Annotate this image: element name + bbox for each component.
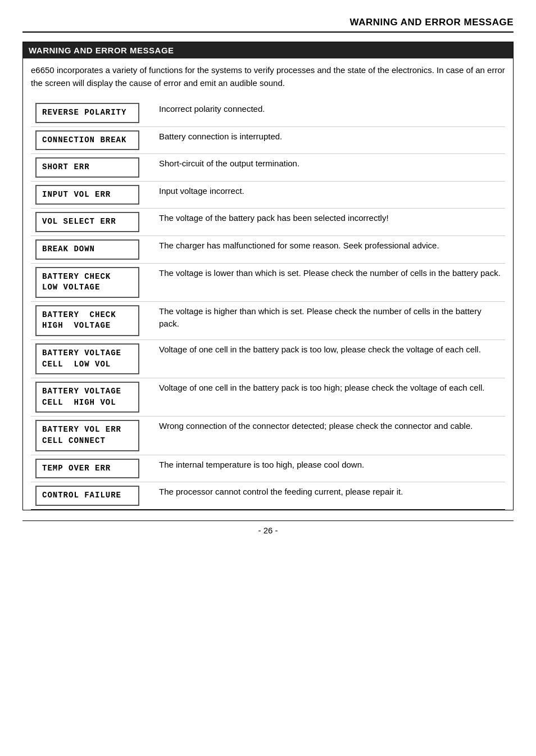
error-table: REVERSE POLARITYIncorrect polarity conne…	[31, 99, 505, 510]
error-description-cell: Wrong connection of the connector detect…	[155, 417, 505, 455]
error-description-cell: The charger has malfunctioned for some r…	[155, 236, 505, 263]
section-header-bar: WARNING AND ERROR MESSAGE	[23, 42, 513, 58]
error-description-cell: Input voltage incorrect.	[155, 181, 505, 209]
error-code-cell: BATTERY CHECK HIGH VOLTAGE	[31, 301, 155, 339]
error-code-cell: BATTERY VOL ERR CELL CONNECT	[31, 417, 155, 455]
error-code-box: BATTERY CHECK HIGH VOLTAGE	[35, 305, 139, 336]
error-code-cell: VOL SELECT ERR	[31, 209, 155, 236]
error-description-cell: Voltage of one cell in the battery pack …	[155, 378, 505, 417]
error-code-cell: INPUT VOL ERR	[31, 181, 155, 209]
section-header-label: WARNING AND ERROR MESSAGE	[29, 46, 174, 55]
error-description-cell: Incorrect polarity connected.	[155, 99, 505, 126]
intro-paragraph: e6650 incorporates a variety of function…	[31, 64, 505, 89]
table-row: REVERSE POLARITYIncorrect polarity conne…	[31, 99, 505, 126]
table-row: BREAK DOWNThe charger has malfunctioned …	[31, 236, 505, 263]
table-row: BATTERY VOLTAGE CELL LOW VOLVoltage of o…	[31, 339, 505, 378]
error-code-cell: BATTERY CHECK LOW VOLTAGE	[31, 263, 155, 301]
error-code-box: BREAK DOWN	[35, 239, 139, 260]
main-content: WARNING AND ERROR MESSAGE e6650 incorpor…	[22, 42, 514, 510]
table-row: BATTERY CHECK LOW VOLTAGEThe voltage is …	[31, 263, 505, 301]
table-row: BATTERY VOLTAGE CELL HIGH VOLVoltage of …	[31, 378, 505, 417]
error-description-cell: The voltage is higher than which is set.…	[155, 301, 505, 339]
error-description-cell: The voltage is lower than which is set. …	[155, 263, 505, 301]
error-code-box: BATTERY VOLTAGE CELL LOW VOL	[35, 343, 139, 374]
page-footer: - 26 -	[22, 520, 514, 535]
error-description-cell: The voltage of the battery pack has been…	[155, 209, 505, 236]
error-code-cell: REVERSE POLARITY	[31, 99, 155, 126]
table-row: TEMP OVER ERRThe internal temperature is…	[31, 455, 505, 482]
error-code-cell: SHORT ERR	[31, 154, 155, 182]
table-row: BATTERY CHECK HIGH VOLTAGEThe voltage is…	[31, 301, 505, 339]
table-row: BATTERY VOL ERR CELL CONNECTWrong connec…	[31, 417, 505, 455]
error-description-cell: The processor cannot control the feeding…	[155, 482, 505, 510]
error-code-cell: BREAK DOWN	[31, 236, 155, 263]
error-code-box: CONTROL FAILURE	[35, 486, 139, 506]
error-code-box: SHORT ERR	[35, 157, 139, 178]
table-row: INPUT VOL ERRInput voltage incorrect.	[31, 181, 505, 209]
error-code-box: VOL SELECT ERR	[35, 212, 139, 232]
error-code-box: INPUT VOL ERR	[35, 185, 139, 205]
table-row: CONNECTION BREAKBattery connection is in…	[31, 126, 505, 154]
error-code-box: REVERSE POLARITY	[35, 103, 139, 123]
error-description-cell: Voltage of one cell in the battery pack …	[155, 339, 505, 378]
error-code-cell: CONTROL FAILURE	[31, 482, 155, 510]
error-code-box: CONNECTION BREAK	[35, 130, 139, 151]
error-code-box: BATTERY VOLTAGE CELL HIGH VOL	[35, 382, 139, 413]
error-description-cell: Battery connection is interrupted.	[155, 126, 505, 154]
error-code-cell: TEMP OVER ERR	[31, 455, 155, 482]
error-description-cell: The internal temperature is too high, pl…	[155, 455, 505, 482]
table-row: SHORT ERRShort-circuit of the output ter…	[31, 154, 505, 182]
error-code-cell: CONNECTION BREAK	[31, 126, 155, 154]
page-header-title: WARNING AND ERROR MESSAGE	[350, 17, 514, 28]
error-code-cell: BATTERY VOLTAGE CELL LOW VOL	[31, 339, 155, 378]
error-code-box: TEMP OVER ERR	[35, 459, 139, 479]
error-description-cell: Short-circuit of the output termination.	[155, 154, 505, 182]
error-code-box: BATTERY CHECK LOW VOLTAGE	[35, 267, 139, 298]
page-header: WARNING AND ERROR MESSAGE	[22, 17, 514, 33]
table-row: CONTROL FAILUREThe processor cannot cont…	[31, 482, 505, 510]
error-code-cell: BATTERY VOLTAGE CELL HIGH VOL	[31, 378, 155, 417]
footer-text: - 26 -	[258, 526, 278, 535]
table-row: VOL SELECT ERRThe voltage of the battery…	[31, 209, 505, 236]
error-code-box: BATTERY VOL ERR CELL CONNECT	[35, 420, 139, 451]
